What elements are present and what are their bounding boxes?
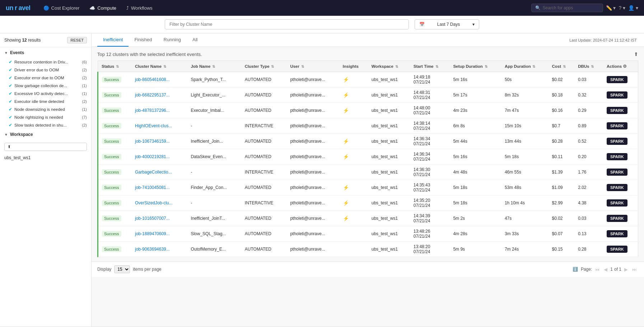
col-header-workspace[interactable]: Workspace ⇅ bbox=[368, 61, 410, 72]
spark-button[interactable]: SPARK bbox=[607, 230, 627, 237]
items-per-page-select[interactable]: 15 25 50 bbox=[114, 265, 130, 273]
insights-cell: ⚡ bbox=[339, 72, 368, 87]
spark-button[interactable]: SPARK bbox=[607, 76, 627, 83]
cluster-name-link[interactable]: job-1016507007... bbox=[135, 216, 170, 221]
start-time-cell: 14:48:00 07/21/24 bbox=[410, 103, 450, 118]
cluster-name-cell: job-7410045081... bbox=[131, 180, 187, 195]
col-header-cluster-name[interactable]: Cluster Name ⇅ bbox=[131, 61, 187, 72]
col-header-status[interactable]: Status ⇅ bbox=[98, 61, 132, 72]
col-header-cost[interactable]: Cost ⇅ bbox=[548, 61, 574, 72]
sidebar-event-item[interactable]: ✔ Slow garbage collection de... (1) bbox=[0, 82, 91, 90]
table-row: SuccessHighIOEvent-clus...-INTERACTIVEpt… bbox=[98, 118, 638, 134]
reset-button[interactable]: RESET bbox=[67, 37, 87, 43]
sidebar-event-item[interactable]: ✔ Executor error due to OOM (2) bbox=[0, 74, 91, 82]
cluster-name-filter[interactable] bbox=[165, 19, 409, 29]
cluster-name-link[interactable]: job-7410045081... bbox=[135, 185, 170, 190]
table-row: Successjob-9063694639...OutofMemory_E...… bbox=[98, 242, 638, 257]
app-duration-cell: 50s bbox=[501, 72, 549, 87]
nav-item-compute[interactable]: ☁️ Compute bbox=[85, 3, 121, 13]
search-input[interactable]: 🔍 Search for apps bbox=[531, 4, 603, 12]
col-header-dbus[interactable]: DBUs ⇅ bbox=[574, 61, 603, 72]
spark-button[interactable]: SPARK bbox=[607, 246, 627, 253]
nav-item-workflows[interactable]: ⤴ Workflows bbox=[122, 3, 157, 13]
cluster-name-link[interactable]: job-6682295137... bbox=[135, 93, 170, 98]
col-header-actions[interactable]: Actions ⚙ bbox=[603, 61, 638, 72]
workspace-section-header[interactable]: ▼ Workspace bbox=[0, 129, 91, 140]
spark-button[interactable]: SPARK bbox=[607, 199, 627, 207]
cluster-name-cell: job-6682295137... bbox=[131, 87, 187, 103]
sidebar-event-item[interactable]: ✔ Executor idle time detected (2) bbox=[0, 98, 91, 105]
help-icon[interactable]: ? ▾ bbox=[619, 5, 625, 11]
cluster-name-link[interactable]: OverSizedJob-clu... bbox=[135, 200, 173, 205]
insights-icon[interactable]: ⚡ bbox=[343, 200, 349, 206]
spark-button[interactable]: SPARK bbox=[607, 215, 627, 222]
insights-icon[interactable]: ⚡ bbox=[343, 154, 349, 160]
spark-button[interactable]: SPARK bbox=[607, 153, 627, 160]
col-header-start-time[interactable]: Start Time ⇅ bbox=[410, 61, 450, 72]
cluster-name-link[interactable]: job-4000219281... bbox=[135, 154, 170, 159]
sidebar-event-item[interactable]: ✔ Excessive I/O activity detec... (1) bbox=[0, 90, 91, 98]
col-header-insights[interactable]: Insights bbox=[339, 61, 368, 72]
insights-icon[interactable]: ⚡ bbox=[343, 138, 349, 144]
next-page-button[interactable]: ▶ bbox=[623, 266, 629, 273]
user-icon[interactable]: 👤 ▾ bbox=[628, 5, 638, 11]
sidebar-event-item[interactable]: ✔ Node downsizing is needed (1) bbox=[0, 105, 91, 113]
sort-icon: ⇅ bbox=[270, 65, 274, 68]
col-header-cluster-type[interactable]: Cluster Type ⇅ bbox=[241, 61, 287, 72]
cluster-name-link[interactable]: job-9063694639... bbox=[135, 247, 170, 252]
gear-icon[interactable]: ⚙ bbox=[623, 64, 627, 68]
actions-cell: SPARK bbox=[603, 134, 638, 149]
start-time-cell: 14:49:18 07/21/24 bbox=[410, 72, 450, 87]
first-page-button[interactable]: ⏮ bbox=[593, 266, 601, 273]
col-header-app-duration[interactable]: App Duration ⇅ bbox=[501, 61, 549, 72]
sidebar-event-item[interactable]: ✔ Node rightsizing is needed (7) bbox=[0, 113, 91, 121]
spark-button[interactable]: SPARK bbox=[607, 107, 627, 114]
setup-duration-cell: 5m 16s bbox=[449, 149, 501, 165]
edit-icon[interactable]: ✏️ ▾ bbox=[606, 5, 616, 11]
spark-button[interactable]: SPARK bbox=[607, 91, 627, 99]
events-section-header[interactable]: ▼ Events bbox=[0, 47, 91, 58]
status-badge: Success bbox=[102, 92, 121, 98]
col-header-user[interactable]: User ⇅ bbox=[286, 61, 339, 72]
event-label: Resource contention in Driv... bbox=[14, 60, 68, 64]
insights-icon[interactable]: ⚡ bbox=[343, 77, 349, 82]
insights-icon[interactable]: ⚡ bbox=[343, 215, 349, 221]
nav-item-cost-explorer[interactable]: 🔵 Cost Explorer bbox=[39, 3, 84, 13]
sidebar-event-item[interactable]: ✔ Driver error due to OOM (2) bbox=[0, 66, 91, 74]
prev-page-button[interactable]: ◀ bbox=[602, 266, 609, 273]
insights-icon[interactable]: ⚡ bbox=[343, 185, 349, 190]
event-count: (7) bbox=[82, 115, 87, 119]
col-header-job-name[interactable]: Job Name ⇅ bbox=[187, 61, 241, 72]
col-header-setup-duration[interactable]: Setup Duration ⇅ bbox=[449, 61, 501, 72]
workspace-item[interactable]: ubs_test_ws1 bbox=[0, 154, 91, 162]
tab-running[interactable]: Running bbox=[158, 33, 187, 47]
spark-button[interactable]: SPARK bbox=[607, 184, 627, 191]
cluster-name-link[interactable]: HighIOEvent-clus... bbox=[135, 123, 172, 128]
table-row: Successjob-4878137296...Executor_Imbal..… bbox=[98, 103, 638, 118]
cluster-name-link[interactable]: GarbageCollectio... bbox=[135, 170, 172, 175]
workspace-sort-control[interactable]: ⬆ bbox=[4, 143, 87, 151]
job-name-cell: Inefficient_JoinT... bbox=[187, 211, 241, 226]
setup-duration-cell: 6m 8s bbox=[449, 118, 501, 134]
cluster-name-link[interactable]: job-1889470609... bbox=[135, 231, 170, 236]
sidebar-event-item[interactable]: ✔ Slow tasks detected in shu... (2) bbox=[0, 121, 91, 129]
tab-finished[interactable]: Finished bbox=[129, 33, 158, 47]
spark-button[interactable]: SPARK bbox=[607, 122, 627, 129]
date-range-picker[interactable]: 📅 Last 7 Days ▾ bbox=[415, 19, 479, 29]
cluster-name-link[interactable]: job-1067346159... bbox=[135, 139, 170, 144]
cluster-name-link[interactable]: job-8605461608... bbox=[135, 77, 170, 82]
spark-button[interactable]: SPARK bbox=[607, 169, 627, 176]
last-page-button[interactable]: ⏭ bbox=[631, 266, 638, 273]
tab-inefficient[interactable]: Inefficient bbox=[97, 33, 129, 47]
user-cell: ptholeti@unrave... bbox=[286, 72, 339, 87]
insights-icon[interactable]: ⚡ bbox=[343, 92, 349, 98]
insights-icon[interactable]: ⚡ bbox=[343, 108, 349, 113]
sidebar-event-item[interactable]: ✔ Resource contention in Driv... (6) bbox=[0, 58, 91, 66]
tab-all[interactable]: All bbox=[187, 33, 203, 47]
export-button[interactable]: ⬆ bbox=[634, 51, 638, 57]
status-cell: Success bbox=[98, 134, 132, 149]
info-icon: ℹ️ bbox=[573, 267, 578, 272]
cluster-name-link[interactable]: job-4878137296... bbox=[135, 108, 170, 113]
cluster-name-cell: job-1016507007... bbox=[131, 211, 187, 226]
spark-button[interactable]: SPARK bbox=[607, 138, 627, 145]
